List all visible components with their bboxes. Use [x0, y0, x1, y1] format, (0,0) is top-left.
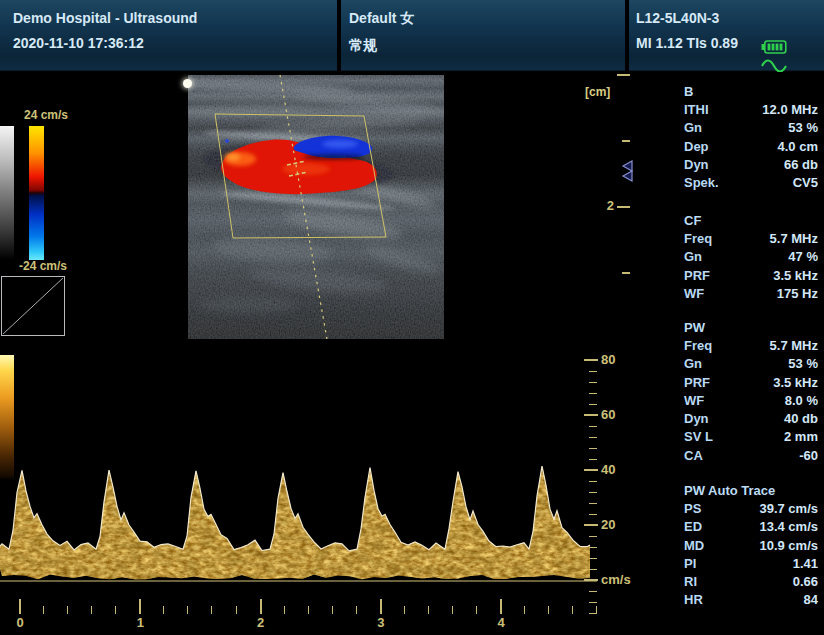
time-major-tick: [139, 599, 141, 614]
param-label: Dep: [684, 139, 709, 154]
velocity-minor-tick: [589, 602, 597, 603]
velocity-minor-tick: [589, 591, 597, 592]
time-minor-tick: [452, 606, 453, 614]
velocity-minor-tick: [589, 426, 597, 427]
time-minor-tick: [211, 606, 212, 614]
color-velocity-bar: [29, 126, 44, 260]
param-row: ED13.4 cm/s: [684, 518, 818, 536]
panel-pw_auto_trace: PW Auto TracePS39.7 cm/sED13.4 cm/sMD10.…: [684, 481, 818, 609]
time-minor-tick: [163, 606, 164, 614]
velocity-minor-tick: [589, 448, 597, 449]
time-minor-tick: [115, 606, 116, 614]
gamma-curve-line: [3, 278, 63, 334]
param-value: 0.66: [793, 574, 818, 589]
param-value: 66 db: [784, 157, 818, 172]
velocity-tick-label: 80: [601, 352, 615, 368]
time-minor-tick: [596, 606, 597, 614]
param-value: 3.5 kHz: [773, 268, 818, 283]
param-label: Freq: [684, 338, 712, 353]
time-tick-label: 2: [253, 615, 269, 631]
depth-tick: [617, 206, 630, 208]
param-row: RI0.66: [684, 572, 818, 590]
param-label: Dyn: [684, 411, 709, 426]
panel-title: PW Auto Trace: [684, 481, 818, 499]
param-label: ITHI: [684, 102, 709, 117]
hospital-name: Demo Hospital - Ultrasound: [13, 10, 337, 26]
time-minor-tick: [187, 606, 188, 614]
time-tick-label: 3: [373, 615, 389, 631]
param-value: 4.0 cm: [778, 139, 818, 154]
param-label: Dyn: [684, 157, 709, 172]
param-value: CV5: [793, 175, 818, 190]
velocity-minor-tick: [589, 514, 597, 515]
depth-tick: [622, 140, 630, 142]
velocity-major-tick: [584, 359, 598, 361]
panel-title: B: [684, 82, 818, 100]
param-row: PRF3.5 kHz: [684, 266, 818, 284]
velocity-minor-tick: [589, 492, 597, 493]
time-tick-label: 1: [132, 615, 148, 631]
exam-datetime: 2020-11-10 17:36:12: [13, 35, 337, 51]
time-minor-tick: [308, 606, 309, 614]
param-value: 5.7 MHz: [770, 231, 818, 246]
pw-spectrogram[interactable]: [0, 348, 600, 586]
param-label: Freq: [684, 231, 712, 246]
time-major-tick: [260, 599, 262, 614]
time-minor-tick: [476, 606, 477, 614]
time-minor-tick: [548, 606, 549, 614]
param-label: WF: [684, 286, 704, 301]
panel-title: PW: [684, 318, 818, 336]
time-minor-tick: [404, 606, 405, 614]
param-row: Dyn66 db: [684, 155, 818, 173]
panel-cf: CFFreq5.7 MHzGn47 %PRF3.5 kHzWF175 Hz: [684, 211, 818, 302]
param-row: Spek.CV5: [684, 173, 818, 191]
velocity-major-tick: [584, 524, 598, 526]
param-value: 10.9 cm/s: [759, 538, 818, 553]
param-label: PI: [684, 556, 696, 571]
color-scale-max-label: 24 cm/s: [24, 108, 68, 122]
color-scale-min-label: -24 cm/s: [19, 259, 67, 273]
param-label: PS: [684, 501, 701, 516]
param-row: WF8.0 %: [684, 391, 818, 409]
param-value: 39.7 cm/s: [759, 501, 818, 516]
param-label: SV L: [684, 429, 713, 444]
time-minor-tick: [332, 606, 333, 614]
time-major-tick: [380, 599, 382, 614]
depth-unit-label: [cm]: [585, 85, 610, 99]
exam-mode: 常规: [349, 37, 625, 55]
velocity-tick-label: 20: [601, 517, 615, 533]
param-row: Freq5.7 MHz: [684, 229, 818, 247]
param-value: 53 %: [788, 356, 818, 371]
velocity-tick-label: 40: [601, 462, 615, 478]
panel-b: BITHI12.0 MHzGn53 %Dep4.0 cmDyn66 dbSpek…: [684, 82, 818, 192]
time-minor-tick: [43, 606, 44, 614]
param-value: 13.4 cm/s: [759, 519, 818, 534]
param-row: ITHI12.0 MHz: [684, 100, 818, 118]
param-value: 2 mm: [784, 429, 818, 444]
time-major-tick: [19, 599, 21, 614]
param-row: PRF3.5 kHz: [684, 373, 818, 391]
param-value: 84: [804, 592, 818, 607]
depth-tick-label: 2: [596, 198, 614, 214]
param-value: 12.0 MHz: [762, 102, 818, 117]
time-minor-tick: [67, 606, 68, 614]
velocity-major-tick: [584, 579, 598, 581]
bmode-image[interactable]: [188, 75, 444, 339]
velocity-tick-label: 60: [601, 407, 615, 423]
param-value: 53 %: [788, 120, 818, 135]
param-value: 8.0 %: [785, 393, 818, 408]
titlebar-section-preset: Default 女 常规: [341, 0, 625, 71]
parameter-panel: BITHI12.0 MHzGn53 %Dep4.0 cmDyn66 dbSpek…: [684, 0, 818, 635]
velocity-minor-tick: [589, 371, 597, 372]
param-row: Gn47 %: [684, 248, 818, 266]
velocity-minor-tick: [589, 547, 597, 548]
time-minor-tick: [284, 606, 285, 614]
param-value: 5.7 MHz: [770, 338, 818, 353]
param-row: Freq5.7 MHz: [684, 336, 818, 354]
param-label: PRF: [684, 268, 710, 283]
focus-marker-icon[interactable]: [620, 160, 634, 182]
velocity-minor-tick: [589, 437, 597, 438]
param-row: PI1.41: [684, 554, 818, 572]
velocity-minor-tick: [589, 459, 597, 460]
param-row: HR84: [684, 591, 818, 609]
